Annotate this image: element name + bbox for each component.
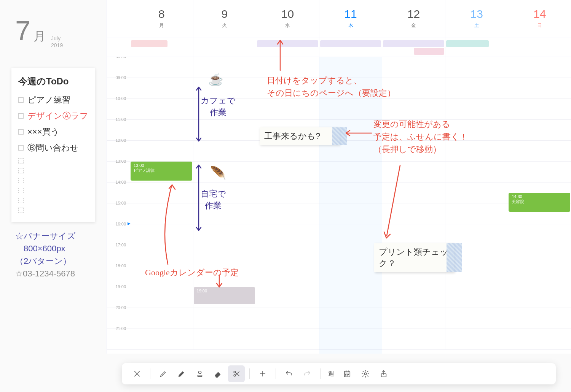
now-indicator: ▶: [128, 221, 131, 225]
eraser-tool[interactable]: [210, 365, 226, 382]
checkbox[interactable]: [18, 158, 24, 163]
allday-event[interactable]: [320, 40, 381, 47]
day-header[interactable]: 13土: [445, 0, 508, 38]
todo-item[interactable]: デザインⒶラフ: [18, 108, 88, 124]
view-week-button[interactable]: 週: [325, 370, 337, 378]
svg-point-23: [347, 376, 347, 376]
svg-point-20: [347, 374, 347, 375]
hour-label: 20:00: [107, 305, 130, 329]
checkbox[interactable]: [18, 168, 24, 173]
hour-label: 08:00: [107, 57, 130, 78]
todo-item[interactable]: ピアノ練習: [18, 92, 88, 108]
calendar: 8月9火10水11木12金13土14日 08:0009:0010:0011:00…: [107, 0, 571, 354]
month-meta: July 2019: [51, 35, 63, 49]
share-button[interactable]: [375, 365, 392, 382]
todo-item[interactable]: ×××買う: [18, 124, 88, 140]
hour-label: 16:00: [107, 222, 130, 245]
day-header[interactable]: 14日: [508, 0, 571, 38]
allday-event[interactable]: [414, 48, 444, 55]
month-number: 7: [15, 15, 30, 46]
hour-label: 15:00: [107, 201, 130, 224]
scissors-tool[interactable]: [228, 365, 245, 382]
close-button[interactable]: [129, 365, 145, 382]
calendar-button[interactable]: [339, 365, 356, 382]
todo-item[interactable]: [18, 205, 88, 215]
hour-label: 17:00: [107, 243, 130, 266]
allday-event[interactable]: [131, 40, 167, 47]
hour-label: 14:00: [107, 180, 130, 203]
redo-button[interactable]: [299, 365, 316, 382]
sidebar: 7 月 July 2019 今週のToDo ピアノ練習デザインⒶラフ×××買うⒷ…: [0, 0, 107, 392]
allday-event[interactable]: [446, 40, 489, 47]
day-headers: 8月9火10水11木12金13土14日: [107, 0, 571, 38]
hour-label: 18:00: [107, 263, 130, 287]
stamp-tool[interactable]: [191, 365, 208, 382]
svg-line-11: [235, 372, 239, 376]
day-header[interactable]: 8月: [130, 0, 193, 38]
day-header[interactable]: 9火: [193, 0, 256, 38]
allday-event[interactable]: [257, 40, 318, 47]
checkbox[interactable]: [18, 145, 24, 151]
hour-label: 13:00: [107, 159, 130, 182]
svg-point-8: [198, 371, 201, 374]
hour-label: 21:00: [107, 326, 130, 349]
todo-item[interactable]: [18, 156, 88, 166]
todo-item[interactable]: [18, 195, 88, 205]
todo-title: 今週のToDo: [18, 75, 88, 87]
checkbox[interactable]: [18, 178, 24, 183]
hour-label: 12:00: [107, 138, 130, 161]
svg-point-22: [346, 376, 346, 376]
pen-tool[interactable]: [173, 365, 190, 382]
toolbar: 週: [122, 363, 556, 384]
calendar-grid[interactable]: 08:0009:0010:0011:0012:0013:0014:0015:00…: [107, 57, 571, 354]
hour-label: 19:00: [107, 284, 130, 308]
todo-card[interactable]: 今週のToDo ピアノ練習デザインⒶラフ×××買うⒷ問い合わせ: [11, 68, 95, 222]
day-header[interactable]: 12金: [382, 0, 445, 38]
svg-point-21: [348, 374, 349, 375]
allday-row: [107, 38, 571, 57]
event-piano[interactable]: 13:00 ピアノ調律: [131, 162, 192, 181]
todo-item[interactable]: Ⓑ問い合わせ: [18, 140, 88, 156]
todo-item[interactable]: [18, 176, 88, 186]
checkbox[interactable]: [18, 97, 24, 103]
checkbox[interactable]: [18, 129, 24, 135]
day-header[interactable]: 10水: [256, 0, 319, 38]
undo-button[interactable]: [281, 365, 297, 382]
todo-item[interactable]: [18, 166, 88, 176]
svg-point-24: [364, 373, 367, 375]
event-salon[interactable]: 14:30 美容院: [509, 193, 570, 212]
hour-label: 10:00: [107, 96, 130, 119]
month-header: 7 月 July 2019: [15, 15, 99, 49]
hour-label: 09:00: [107, 75, 130, 98]
add-button[interactable]: [254, 365, 271, 382]
checkbox[interactable]: [18, 113, 24, 119]
sticky-print[interactable]: プリント類チェック？: [374, 243, 454, 272]
hour-label: 11:00: [107, 117, 130, 140]
todo-item[interactable]: [18, 186, 88, 195]
svg-point-19: [346, 374, 346, 375]
checkbox[interactable]: [18, 198, 24, 203]
settings-button[interactable]: [357, 365, 374, 382]
svg-line-12: [235, 372, 239, 375]
sticky-construction[interactable]: 工事来るかも?: [260, 127, 340, 145]
checkbox[interactable]: [18, 188, 24, 193]
month-suffix: 月: [33, 28, 46, 45]
memo-area[interactable]: ☆バナーサイズ 800×600px （2パターン） ☆03-1234-5678: [8, 230, 99, 280]
pencil-tool[interactable]: [155, 365, 172, 382]
checkbox[interactable]: [18, 208, 24, 213]
day-header[interactable]: 11木: [319, 0, 382, 38]
event-gray[interactable]: 19:00: [194, 287, 255, 304]
allday-event[interactable]: [383, 40, 444, 47]
